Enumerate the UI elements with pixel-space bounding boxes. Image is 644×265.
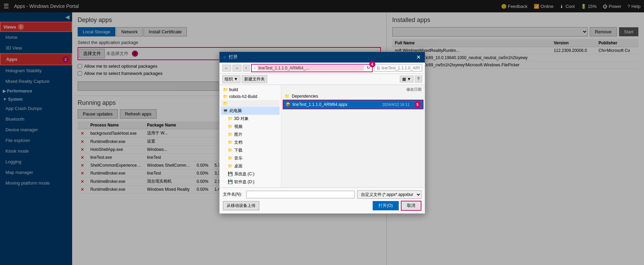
folder-icon: 📁 (223, 87, 228, 92)
dialog-title-left: e 打开 (224, 54, 238, 60)
tree-item-pictures[interactable]: 📁 图片 (221, 131, 280, 139)
dialog-title: 打开 (229, 54, 238, 60)
dialog-body: 📁 build 📁 robots-h2-Build 📁 ████████ (219, 85, 425, 187)
package-icon: 📦 (285, 102, 291, 107)
dialog-file-list: 修改日期 📁 Dependencies 📦 lineTest_1.1.1.0_A… (281, 85, 425, 187)
filename-label: 文件名(N): (223, 191, 244, 197)
tree-item-thispc[interactable]: 💻 此电脑 (221, 107, 280, 115)
tree-label: ████████ (229, 101, 253, 106)
tree-label: 视频 (234, 124, 242, 130)
dialog-overlay: e 打开 ✕ ← → ↑ « lineTest_1.1.1.0_ARM64_..… (72, 12, 644, 265)
tree-label: 系统盘 (C:) (234, 171, 255, 177)
nav-up-button[interactable]: ↑ (243, 65, 250, 71)
file-name: Dependencies (292, 94, 318, 99)
tree-label: 音乐 (234, 155, 242, 161)
tree-item-build[interactable]: 📁 build (221, 86, 280, 93)
dialog-action-bar: 组织 ▼ 新建文件夹 ▦ ▼ ? (219, 74, 425, 85)
folder-icon: 📁 (223, 101, 228, 106)
tree-label: 下载 (234, 147, 242, 153)
file-name: lineTest_1.1.1.0_ARM64.appx (293, 102, 348, 107)
dialog-path-bar: « lineTest_1.1.1.0_ARM64_... ↻ 4 (251, 64, 373, 72)
folder-icon: 📁 (228, 124, 233, 129)
tree-label: 图片 (234, 132, 242, 137)
dialog-cancel-button[interactable]: 取消 (401, 201, 421, 211)
tree-item-c-drive[interactable]: 💾 系统盘 (C:) (221, 170, 280, 178)
dialog-titlebar: e 打开 ✕ (219, 52, 425, 63)
dialog-help-icon[interactable]: ? (415, 76, 422, 82)
dialog-left-tree: 📁 build 📁 robots-h2-Build 📁 ████████ (219, 85, 281, 187)
dialog-footer: 文件名(N): 自定义文件 (*.appx*.appxbur 从移动设备上传 打… (219, 187, 425, 213)
organize-button[interactable]: 组织 ▼ (222, 75, 240, 83)
tree-item-blurred[interactable]: 📁 ████████ (221, 100, 280, 107)
drive-icon: 💾 (228, 179, 233, 184)
tree-item-downloads[interactable]: 📁 下载 (221, 146, 280, 154)
mobile-upload-button[interactable]: 从移动设备上传 (223, 201, 259, 210)
dialog-open-button[interactable]: 打开(O) (373, 201, 398, 210)
annotation-badge-5: 5 (415, 101, 421, 108)
folder-icon: 📁 (228, 164, 233, 168)
tree-label: 3D 对象 (234, 116, 249, 122)
tree-item-music[interactable]: 📁 音乐 (221, 154, 280, 162)
filename-input[interactable] (246, 191, 354, 198)
folder-icon: 📁 (228, 148, 233, 153)
annotation-badge-4: 4 (369, 61, 375, 67)
path-left-arrow: « (254, 66, 256, 70)
dialog-btn-row: 从移动设备上传 打开(O) 取消 (223, 201, 421, 211)
computer-icon: 💻 (223, 108, 228, 113)
tree-item-d-drive[interactable]: 💾 软件盘 (D:) (221, 178, 280, 186)
dialog-close-button[interactable]: ✕ (416, 54, 421, 60)
file-date: 2024/4/12 16:11 (382, 102, 410, 107)
folder-icon: 📁 (285, 94, 290, 99)
nav-back-button[interactable]: ← (222, 65, 231, 71)
file-item-linetest[interactable]: 📦 lineTest_1.1.1.0_ARM64.appx 2024/4/12 … (283, 100, 423, 109)
tree-label: 桌面 (234, 163, 242, 169)
browser-icon: e (224, 54, 226, 60)
tree-label: 文档 (234, 140, 242, 145)
date-header: 修改日期 (406, 87, 421, 92)
tree-label: build (229, 87, 238, 92)
view-toggle-button[interactable]: ▦ ▼ (400, 76, 414, 82)
tree-label: robots-h2-Build (229, 94, 257, 99)
nav-forward-button[interactable]: → (233, 65, 241, 71)
folder-icon: 📁 (228, 116, 233, 121)
tree-item-3d[interactable]: 📁 3D 对象 (221, 115, 280, 123)
tree-item-video[interactable]: 📁 视频 (221, 123, 280, 131)
dialog-toolbar: ← → ↑ « lineTest_1.1.1.0_ARM64_... ↻ 4 (219, 63, 425, 74)
tree-item-robots[interactable]: 📁 robots-h2-Build (221, 93, 280, 100)
layout: ◀ Views 1 Home 3D View Apps 2 Hologram S… (0, 12, 644, 265)
filetype-select[interactable]: 自定义文件 (*.appx*.appxbur (357, 190, 421, 199)
tree-item-desktop[interactable]: 📁 桌面 (221, 162, 280, 170)
main-content: Deploy apps Local Storage Network Instal… (72, 12, 644, 265)
file-item-dependencies[interactable]: 📁 Dependencies (283, 93, 423, 100)
drive-icon: 💾 (228, 172, 233, 176)
folder-icon: 📁 (228, 132, 233, 137)
tree-item-docs[interactable]: 📁 文档 (221, 139, 280, 146)
tree-label: 软件盘 (D:) (234, 179, 255, 185)
filename-row: 文件名(N): 自定义文件 (*.appx*.appxbur (223, 190, 421, 199)
dialog-search-input[interactable] (374, 65, 422, 71)
nav-refresh-icon: ↻ (367, 66, 370, 70)
dialog-path-text: lineTest_1.1.1.0_ARM64_... (257, 65, 364, 71)
tree-label: 此电脑 (229, 108, 242, 114)
file-dialog: e 打开 ✕ ← → ↑ « lineTest_1.1.1.0_ARM64_..… (219, 52, 425, 214)
new-folder-button[interactable]: 新建文件夹 (242, 75, 267, 83)
folder-icon: 📁 (228, 140, 233, 145)
folder-icon: 📁 (228, 156, 233, 161)
file-list-header: 修改日期 (283, 86, 423, 93)
folder-icon: 📁 (223, 94, 228, 99)
